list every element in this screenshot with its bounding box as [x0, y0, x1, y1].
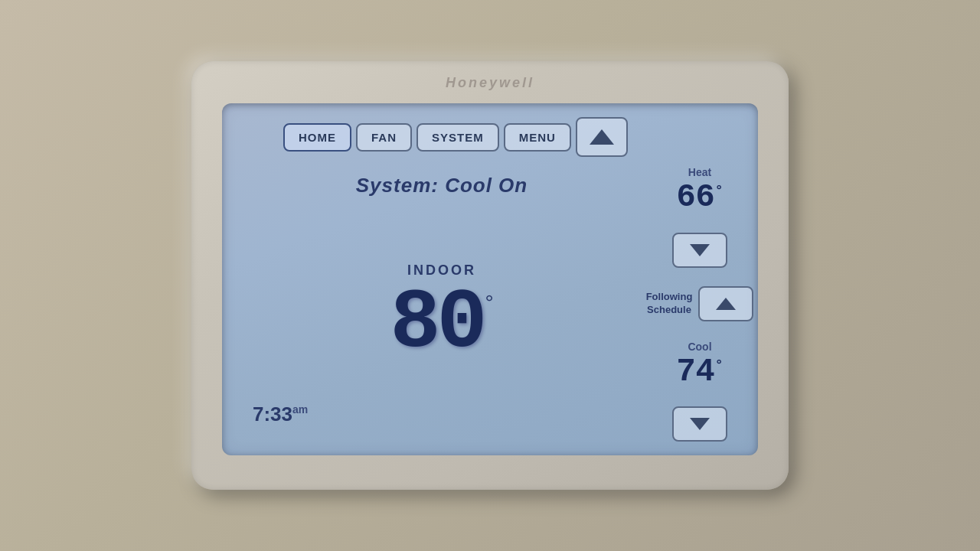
thermostat-screen: HOME FAN SYSTEM MENU System: Cool On IND…	[222, 103, 758, 455]
cool-temp-value: 74°	[676, 356, 723, 388]
time-display: 7:33am	[253, 403, 308, 426]
main-content: System: Cool On INDOOR 80 ° 7:33am	[237, 166, 746, 442]
indoor-temp-value: 80	[390, 282, 483, 366]
down-arrow-icon	[690, 244, 710, 256]
indoor-temp-degree: °	[485, 291, 493, 315]
brand-label: Honeywell	[446, 75, 534, 91]
fan-button[interactable]: FAN	[356, 123, 412, 152]
indoor-section: INDOOR 80 °	[237, 262, 646, 366]
middle-controls: FollowingSchedule	[646, 286, 754, 321]
heat-temp-value: 66°	[676, 181, 723, 214]
up-arrow-small-icon	[716, 298, 736, 310]
cool-up-button[interactable]	[698, 286, 753, 321]
heat-up-button[interactable]	[576, 117, 628, 157]
cool-label: Cool	[688, 341, 711, 353]
wall-background: Honeywell HOME FAN SYSTEM MENU System: C…	[0, 0, 980, 551]
thermostat-device: Honeywell HOME FAN SYSTEM MENU System: C…	[191, 61, 789, 490]
heat-down-button[interactable]	[672, 233, 727, 268]
up-arrow-icon	[590, 129, 614, 145]
heat-section: Heat 66°	[676, 166, 723, 214]
cool-down-button[interactable]	[672, 406, 727, 442]
time-value: 7:33	[253, 403, 292, 425]
home-button[interactable]: HOME	[283, 123, 351, 152]
following-schedule-label: FollowingSchedule	[646, 291, 693, 317]
left-panel: System: Cool On INDOOR 80 ° 7:33am	[237, 166, 654, 442]
menu-button[interactable]: MENU	[504, 123, 571, 152]
nav-row: HOME FAN SYSTEM MENU	[237, 117, 746, 157]
system-button[interactable]: SYSTEM	[416, 123, 499, 152]
indoor-temp-display: 80 °	[390, 282, 493, 366]
down-arrow-cool-icon	[690, 418, 710, 430]
cool-section: Cool 74°	[676, 341, 723, 388]
right-panel: Heat 66° FollowingSchedule	[654, 166, 746, 442]
heat-label: Heat	[688, 166, 711, 178]
system-status: System: Cool On	[237, 174, 646, 197]
time-ampm: am	[292, 403, 308, 416]
